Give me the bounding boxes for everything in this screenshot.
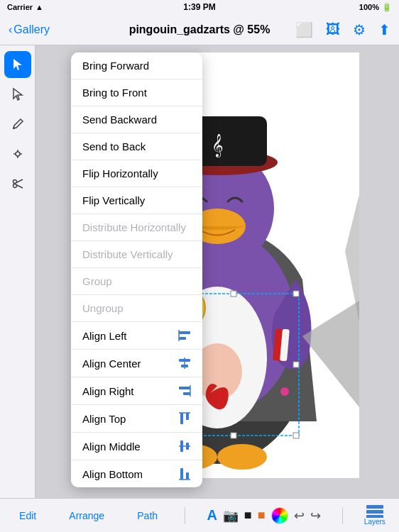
camera-icon[interactable]: 📷 (223, 508, 239, 523)
layers-label: Layers (364, 518, 386, 526)
shape-icon[interactable]: ■ (244, 508, 252, 523)
svg-line-9 (16, 185, 23, 189)
cursor-tool[interactable] (4, 51, 31, 78)
svg-rect-34 (293, 433, 299, 438)
send-to-back-item[interactable]: Send to Back (71, 133, 202, 160)
nav-icon-group: ⬜ 🖼 ⚙ ⬆ (295, 21, 390, 38)
arrange-button[interactable]: Arrange (63, 507, 110, 524)
svg-rect-50 (186, 413, 189, 420)
bottom-toolbar: Edit Arrange Path A 📷 ■ ■ ↩ ↪ Layers (0, 498, 399, 532)
align-center-icon (178, 357, 191, 370)
canvas-icon[interactable]: ⬜ (295, 21, 313, 38)
align-bottom-item[interactable]: Align Bottom (71, 460, 202, 487)
align-right-item[interactable]: Align Right (71, 377, 202, 405)
ungroup-item: Ungroup (71, 295, 202, 322)
svg-rect-38 (293, 362, 299, 367)
redo-icon[interactable]: ↪ (310, 508, 321, 523)
back-chevron-icon: ‹ (9, 23, 12, 36)
pen-tool[interactable] (4, 111, 31, 138)
svg-rect-32 (293, 291, 299, 297)
layers-icon (366, 505, 383, 518)
svg-rect-41 (179, 337, 186, 340)
svg-point-7 (13, 184, 16, 188)
svg-rect-58 (366, 505, 383, 509)
bring-forward-item[interactable]: Bring Forward (71, 52, 202, 79)
svg-rect-49 (180, 413, 183, 424)
carrier-label: Carrier (7, 3, 33, 11)
battery-icon: 🔋 (382, 3, 392, 12)
svg-rect-55 (180, 468, 183, 480)
back-label: Gallery (13, 23, 50, 36)
distribute-vertically-item: Distribute Vertically (71, 241, 202, 268)
svg-point-39 (280, 387, 289, 396)
align-top-item[interactable]: Align Top (71, 405, 202, 433)
canvas-area[interactable]: 𝄞 (35, 45, 399, 498)
svg-rect-47 (183, 392, 190, 395)
send-backward-item[interactable]: Send Backward (71, 106, 202, 133)
toolbar-separator (185, 507, 185, 524)
svg-rect-56 (186, 472, 189, 480)
bring-to-front-item[interactable]: Bring to Front (71, 79, 202, 106)
edit-button[interactable]: Edit (13, 507, 42, 524)
node-tool[interactable] (4, 140, 31, 167)
svg-rect-40 (179, 331, 190, 334)
align-bottom-icon (178, 467, 191, 480)
svg-point-6 (13, 180, 16, 184)
align-right-icon (178, 384, 191, 397)
align-left-icon (178, 329, 191, 342)
toolbar-separator-2 (342, 507, 343, 524)
layers-button[interactable]: Layers (364, 505, 386, 526)
align-top-icon (178, 412, 191, 425)
svg-rect-59 (366, 510, 383, 514)
toolbar-icon-group: A 📷 ■ ■ ↩ ↪ (207, 507, 320, 524)
align-middle-item[interactable]: Align Middle (71, 433, 202, 460)
group-item: Group (71, 268, 202, 295)
subselect-tool[interactable] (4, 81, 31, 108)
svg-point-1 (16, 152, 20, 156)
back-button[interactable]: ‹ Gallery (9, 23, 50, 36)
svg-rect-36 (231, 433, 236, 438)
share-icon[interactable]: ⬆ (378, 21, 390, 38)
left-toolbar (0, 45, 35, 498)
image-icon[interactable]: 🖼 (326, 21, 340, 38)
align-middle-icon (178, 440, 191, 453)
scissors-tool[interactable] (4, 170, 31, 197)
gear-icon[interactable]: ⚙ (353, 21, 366, 38)
flip-horizontally-item[interactable]: Flip Horizontally (71, 160, 202, 187)
undo-icon[interactable]: ↩ (294, 508, 305, 523)
context-menu: Bring Forward Bring to Front Send Backwa… (71, 52, 202, 487)
main-area: 𝄞 (0, 45, 399, 498)
path-button[interactable]: Path (131, 507, 163, 524)
status-time: 1:39 PM (183, 2, 215, 12)
distribute-horizontally-item: Distribute Horizontally (71, 214, 202, 241)
svg-rect-35 (231, 291, 236, 297)
wifi-icon: ▲ (35, 3, 43, 11)
status-bar: Carrier ▲ 1:39 PM 100% 🔋 (0, 0, 399, 14)
nav-title: pingouin_gadzarts @ 55% (129, 23, 270, 36)
battery-label: 100% (359, 3, 379, 11)
status-left: Carrier ▲ (7, 3, 43, 11)
flip-vertically-item[interactable]: Flip Vertically (71, 187, 202, 214)
color-wheel-icon[interactable] (271, 507, 288, 524)
svg-point-0 (13, 127, 15, 129)
align-center-item[interactable]: Align Center (71, 350, 202, 377)
shape-orange-icon[interactable]: ■ (258, 508, 266, 523)
status-right: 100% 🔋 (359, 3, 392, 12)
svg-line-8 (16, 179, 23, 183)
svg-rect-46 (179, 387, 190, 389)
nav-bar: ‹ Gallery pingouin_gadzarts @ 55% ⬜ 🖼 ⚙ … (0, 14, 399, 45)
svg-point-29 (217, 444, 267, 470)
svg-text:𝄞: 𝄞 (212, 133, 224, 158)
align-left-item[interactable]: Align Left (71, 322, 202, 350)
text-tool-icon[interactable]: A (207, 507, 217, 523)
